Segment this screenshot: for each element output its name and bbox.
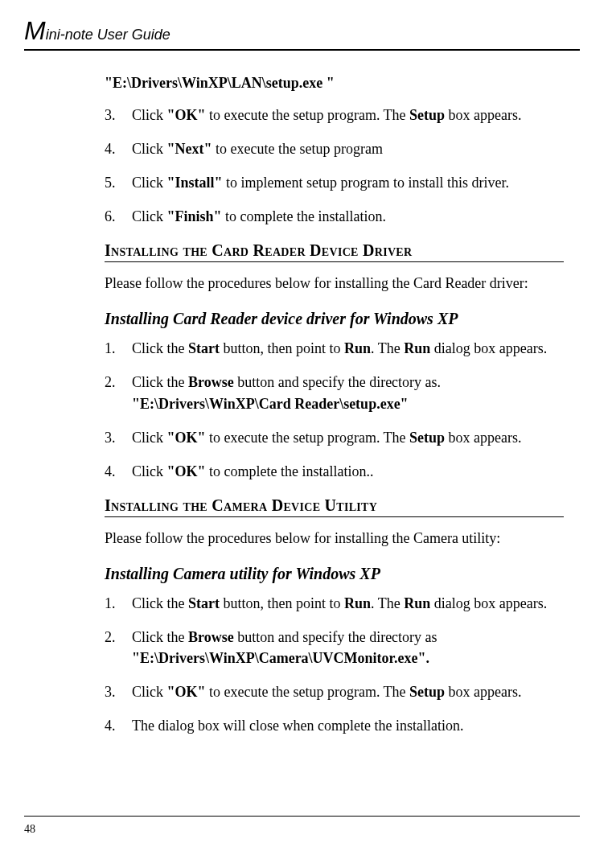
step-text: Click the Browse button and specify the … (132, 372, 564, 413)
card-reader-intro: Please follow the procedures below for i… (105, 275, 564, 292)
step-text: The dialog box will close when complete … (132, 715, 564, 736)
header-big-letter: M (24, 16, 46, 45)
card-reader-subheading: Installing Card Reader device driver for… (105, 310, 564, 328)
list-item: 3.Click "OK" to execute the setup progra… (105, 681, 564, 702)
step-number: 4. (105, 715, 132, 736)
step-text: Click the Browse button and specify the … (132, 627, 564, 668)
list-item: 4.Click "OK" to complete the installatio… (105, 461, 564, 482)
step-number: 4. (105, 138, 132, 159)
step-number: 3. (105, 105, 132, 125)
list-item: 2.Click the Browse button and specify th… (105, 627, 564, 668)
step-number: 3. (105, 427, 132, 448)
list-item: 4.Click "Next" to execute the setup prog… (105, 138, 564, 159)
step-number: 3. (105, 681, 132, 702)
step-number: 4. (105, 461, 132, 482)
step-number: 2. (105, 627, 132, 668)
camera-steps: 1.Click the Start button, then point to … (105, 593, 564, 736)
list-item: 1.Click the Start button, then point to … (105, 593, 564, 614)
list-item: 6.Click "Finish" to complete the install… (105, 206, 564, 227)
step-number: 2. (105, 372, 132, 413)
page-header: Mini-note User Guide (24, 16, 580, 51)
section-heading-camera: Installing the Camera Device Utility (105, 496, 564, 517)
step-text: Click "Finish" to complete the installat… (132, 206, 564, 227)
step-text: Click "OK" to complete the installation.… (132, 461, 564, 482)
page-content: "E:\Drivers\WinXP\LAN\setup.exe " 3.Clic… (24, 51, 580, 736)
list-item: 1.Click the Start button, then point to … (105, 338, 564, 359)
page-footer: 48 (24, 816, 580, 836)
card-reader-steps: 1.Click the Start button, then point to … (105, 338, 564, 481)
section-heading-card-reader: Installing the Card Reader Device Driver (105, 241, 564, 262)
step-text: Click "Next" to execute the setup progra… (132, 138, 564, 159)
step-text: Click "Install" to implement setup progr… (132, 172, 564, 193)
step-text: Click the Start button, then point to Ru… (132, 593, 564, 614)
step-number: 6. (105, 206, 132, 227)
lan-path: "E:\Drivers\WinXP\LAN\setup.exe " (105, 75, 564, 92)
list-item: 3.Click "OK" to execute the setup progra… (105, 427, 564, 448)
camera-subheading: Installing Camera utility for Windows XP (105, 565, 564, 583)
page-number: 48 (24, 823, 35, 835)
list-item: 2.Click the Browse button and specify th… (105, 372, 564, 413)
step-text: Click the Start button, then point to Ru… (132, 338, 564, 359)
list-item: 3.Click "OK" to execute the setup progra… (105, 105, 564, 125)
step-number: 1. (105, 338, 132, 359)
camera-intro: Please follow the procedures below for i… (105, 530, 564, 547)
lan-steps-list: 3.Click "OK" to execute the setup progra… (105, 105, 564, 227)
list-item: 5.Click "Install" to implement setup pro… (105, 172, 564, 193)
step-text: Click "OK" to execute the setup program.… (132, 427, 564, 448)
header-title: Mini-note User Guide (24, 27, 170, 43)
step-text: Click "OK" to execute the setup program.… (132, 681, 564, 702)
step-text: Click "OK" to execute the setup program.… (132, 105, 564, 125)
list-item: 4.The dialog box will close when complet… (105, 715, 564, 736)
step-number: 1. (105, 593, 132, 614)
header-rest: ini-note User Guide (46, 27, 170, 43)
step-number: 5. (105, 172, 132, 193)
